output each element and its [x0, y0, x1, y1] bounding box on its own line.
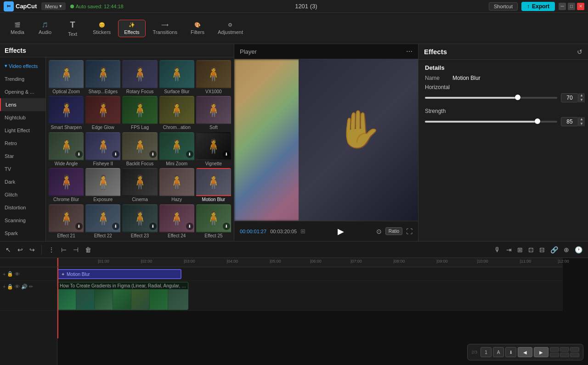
strength-value-input[interactable] — [561, 117, 578, 126]
audio-extract[interactable]: ⇥ — [504, 245, 514, 254]
play-button[interactable]: ▶ — [336, 226, 346, 236]
zoom-fit[interactable]: ⊡ — [526, 245, 536, 254]
strength-slider-thumb[interactable] — [535, 118, 540, 124]
download-icon-r3[interactable]: ⬇ — [149, 223, 157, 230]
category-distortion[interactable]: Distortion — [0, 201, 45, 214]
download-icon-fisheye-ii[interactable]: ⬇ — [112, 151, 119, 158]
player-menu-button[interactable]: ⋯ — [406, 48, 413, 55]
tool-media[interactable]: 🎬 Media — [5, 20, 30, 37]
category-trending[interactable]: Trending — [0, 73, 45, 85]
ratio-button[interactable]: Ratio — [385, 227, 402, 235]
kb-key-right[interactable]: ▶ — [534, 347, 548, 357]
tool-transitions[interactable]: ⟶ Transitions — [147, 20, 183, 37]
category-spark[interactable]: Spark — [0, 227, 45, 240]
strength-slider-track[interactable] — [425, 121, 557, 123]
download-icon-r4[interactable]: ⬇ — [186, 223, 193, 230]
maximize-button[interactable]: □ — [568, 3, 575, 10]
category-nightclub[interactable]: Nightclub — [0, 111, 45, 124]
effect-item-smart-sharpen[interactable]: 🧍Smart Sharpen — [49, 96, 84, 130]
effect-item-motion-blur[interactable]: 🧍Motion Blur — [196, 168, 231, 202]
mic-button[interactable]: 🎙 — [492, 245, 503, 254]
tool-audio[interactable]: 🎵 Audio — [32, 20, 58, 37]
category-video-effects[interactable]: ▾ Video effects — [0, 59, 45, 73]
video-clip[interactable]: How To Create Gradients in Figma (Linear… — [57, 282, 188, 310]
effect-eye-icon[interactable]: 👁 — [15, 271, 20, 277]
effect-item-cinema[interactable]: 🧍Cinema — [122, 168, 157, 202]
category-tv[interactable]: TV — [0, 163, 45, 175]
download-icon-backlit-focus[interactable]: ⬇ — [149, 151, 157, 158]
zoom-in[interactable]: ⊞ — [515, 245, 525, 254]
redo-button[interactable]: ↪ — [28, 245, 37, 254]
undo-button[interactable]: ↩ — [16, 245, 25, 254]
effect-item-vx1000[interactable]: 🧍VX1000 — [196, 60, 231, 94]
horizontal-slider-thumb[interactable] — [515, 95, 520, 100]
link-toggle[interactable]: 🔗 — [548, 245, 560, 254]
strength-spin-down[interactable]: ▼ — [578, 122, 585, 126]
kb-key-1[interactable]: 1 — [481, 347, 492, 357]
tool-filters[interactable]: 🎨 Filters — [185, 20, 210, 37]
horizontal-slider-track[interactable] — [425, 97, 557, 99]
effect-item-edge-glow[interactable]: 🧍Edge Glow — [85, 96, 120, 130]
minimize-button[interactable]: ─ — [559, 3, 566, 10]
tool-text[interactable]: T Text — [60, 18, 85, 39]
reset-button[interactable]: ↺ — [577, 48, 582, 56]
clock-button[interactable]: 🕐 — [573, 245, 584, 254]
strength-spin-up[interactable]: ▲ — [578, 117, 585, 122]
tool-stickers[interactable]: 😊 Stickers — [87, 20, 116, 37]
download-icon-vignette[interactable]: ⬇ — [223, 151, 230, 158]
video-lock-icon[interactable]: 🔒 — [7, 284, 13, 290]
effect-item-exposure[interactable]: 🧍Exposure — [85, 168, 120, 202]
close-button[interactable]: ✕ — [577, 3, 584, 10]
tool-adjustment[interactable]: ⚙ Adjustment — [212, 20, 249, 37]
horizontal-spin-down[interactable]: ▼ — [578, 98, 585, 102]
horizontal-value-input[interactable] — [561, 93, 578, 102]
export-button[interactable]: ↑ Export — [521, 2, 555, 11]
effect-clip[interactable]: ✦ Motion Blur — [57, 269, 181, 279]
video-eye-icon[interactable]: 👁 — [15, 284, 20, 289]
effect-item-hazy[interactable]: 🧍Hazy — [159, 168, 194, 202]
category-star[interactable]: Star — [0, 150, 45, 163]
download-icon-r2[interactable]: ⬇ — [112, 223, 119, 230]
effect-item-backlit-focus[interactable]: 🧍⬇Backlit Focus — [122, 132, 157, 166]
effect-item-rotary-focus[interactable]: 🧍Rotary Focus — [122, 60, 157, 94]
video-add-icon[interactable]: + — [3, 284, 6, 289]
crop-button[interactable]: ⊙ — [376, 228, 382, 235]
horizontal-spin-up[interactable]: ▲ — [578, 93, 585, 98]
effect-item-fisheye-ii[interactable]: 🧍⬇Fisheye II — [85, 132, 120, 166]
shortcut-button[interactable]: Shortcut — [489, 2, 518, 11]
kb-key-dl[interactable]: ⬇ — [505, 347, 516, 357]
category-dark[interactable]: Dark — [0, 175, 45, 188]
menu-button[interactable]: Menu ▾ — [41, 2, 66, 10]
effect-item-wide-angle[interactable]: 🧍⬇Wide Angle — [49, 132, 84, 166]
download-icon-r5[interactable]: ⬇ — [223, 223, 230, 230]
download-icon-r1[interactable]: ⬇ — [75, 223, 83, 230]
effect-item-r4[interactable]: 🧍⬇Effect 24 — [159, 204, 194, 238]
cursor-tool[interactable]: ↖ — [4, 245, 13, 254]
kb-key-a[interactable]: A — [493, 347, 504, 357]
download-icon-mini-zoom[interactable]: ⬇ — [186, 151, 193, 158]
effect-item-r5[interactable]: 🧍⬇Effect 25 — [196, 204, 231, 238]
effect-item-chromation[interactable]: 🧍Chrom...ation — [159, 96, 194, 130]
category-opening[interactable]: Opening & ... — [0, 85, 45, 98]
effect-item-mini-zoom[interactable]: 🧍⬇Mini Zoom — [159, 132, 194, 166]
effect-item-sharp-edges[interactable]: 🧍Sharp...Edges — [85, 60, 120, 94]
split-button[interactable]: ⋮ — [46, 245, 57, 254]
zoom-out[interactable]: ⊟ — [537, 245, 547, 254]
effect-item-surface-blur[interactable]: 🧍Surface Blur — [159, 60, 194, 94]
delete-button[interactable]: 🗑 — [83, 245, 93, 254]
effect-item-fps-lag[interactable]: 🧍FPS Lag — [122, 96, 157, 130]
kb-key-left[interactable]: ◀ — [518, 347, 532, 357]
download-icon-wide-angle[interactable]: ⬇ — [75, 151, 83, 158]
category-light-effect[interactable]: Light Effect — [0, 124, 45, 137]
split-left[interactable]: ⊢ — [59, 245, 68, 254]
effect-item-optical-zoom[interactable]: 🧍Optical Zoom — [49, 60, 84, 94]
video-volume-icon[interactable]: 🔊 — [21, 284, 28, 290]
tool-effects[interactable]: ✨ Effects — [118, 20, 145, 37]
category-lens[interactable]: Lens — [0, 98, 45, 111]
effect-item-r1[interactable]: 🧍⬇Effect 21 — [49, 204, 84, 238]
fullscreen-button[interactable]: ⛶ — [406, 228, 413, 235]
video-edit-icon[interactable]: ✏ — [29, 284, 33, 290]
effect-item-soft[interactable]: 🧍Soft — [196, 96, 231, 130]
category-glitch[interactable]: Glitch — [0, 188, 45, 201]
effect-lock-icon[interactable]: 🔒 — [7, 271, 13, 277]
